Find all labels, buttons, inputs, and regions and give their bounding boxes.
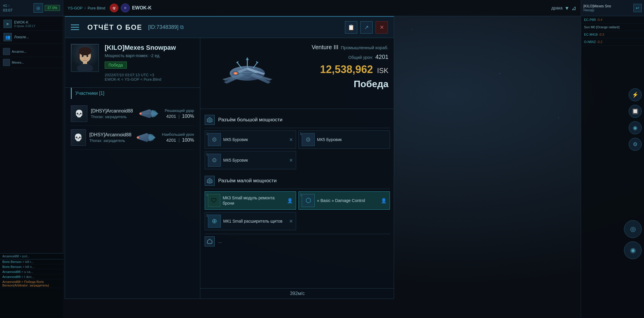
ship-display: Venture III Промышленный кораб. Общий ур… xyxy=(200,38,394,109)
system-name-sun: Sun M0 [Orange radiant] xyxy=(584,25,619,29)
right-item-ec-m418: EC-M418 -0.3 xyxy=(581,31,644,38)
panel-header: ОТЧЁТ О БОЕ [ID:7348389] ⧉ 📋 ↗ ✕ xyxy=(65,17,394,38)
equip-close-shield[interactable]: ✕ xyxy=(289,218,293,224)
main-panel: ОТЧЁТ О БОЕ [ID:7348389] ⧉ 📋 ↗ ✕ xyxy=(65,16,394,299)
report-title: ОТЧЁТ О БОЕ xyxy=(87,23,142,32)
sidebar-player-mexes[interactable]: Mexes... xyxy=(0,57,63,68)
additional-slot-header: ... xyxy=(205,234,390,249)
sidebar-item-locale[interactable]: 👥 Локале... xyxy=(0,31,63,44)
top-right-controls: драка ▾ ⊿ xyxy=(551,4,576,11)
char-name-top: EWOK-K xyxy=(132,5,152,11)
ship-icon-2 xyxy=(135,130,159,145)
filter-icon[interactable]: ⊿ xyxy=(571,4,576,11)
sec-status-ec-m418: -0.3 xyxy=(599,33,604,36)
chat-player1: Arcannoid88 xyxy=(2,255,19,258)
sidebar-item-label: EWOK-K xyxy=(14,20,35,24)
equip-name-armor: МК3 Small модуль ремонта брони xyxy=(223,195,285,206)
sidebar-player-arcannoid[interactable]: Arcanno... xyxy=(0,46,63,57)
action-btn-5[interactable]: ◎ xyxy=(624,220,642,238)
sidebar-item-navigation[interactable]: ➤ EWOK-K 0 прыж. 0.00 LY xyxy=(0,17,63,31)
right-action-icon[interactable]: ↩ xyxy=(633,4,642,12)
top-bar: YS-GOP › Pure Blind ☣ ✕ EWOK-K драка ▾ ⊿ xyxy=(63,0,581,16)
action-btn-4[interactable]: ⚙ xyxy=(629,138,642,151)
participant-name-1: [DHSY]Arcannoid88 xyxy=(91,108,134,114)
close-button[interactable]: ✕ xyxy=(376,21,388,34)
right-item-ec-p8r: EC-P8R -0.4 xyxy=(581,16,644,24)
cross-icon: ✕ xyxy=(121,4,130,12)
participant-info-1: [DHSY]Arcannoid88 Thorax: заградитель xyxy=(91,108,134,119)
action-btn-2[interactable]: 🔲 xyxy=(629,105,642,118)
sidebar-nav: ➤ EWOK-K 0 прыж. 0.00 LY 👥 Локале... xyxy=(0,16,63,45)
menu-icon[interactable] xyxy=(71,22,81,33)
svg-point-21 xyxy=(234,72,237,74)
system-name-ec-p8r: EC-P8R xyxy=(584,18,596,21)
mini-avatar-arcannoid xyxy=(3,48,10,55)
equipment-area: Разъём большой мощности 1 МК5 Буровик ✕ … xyxy=(200,109,394,288)
equip-icon-damage-ctrl xyxy=(302,194,315,207)
damage-value-2: 4201 | 100% xyxy=(162,138,194,143)
svg-point-8 xyxy=(86,55,88,57)
chat-text-4: > u ca... xyxy=(21,270,33,274)
right-sidebar-top: [KILO]Mexes Sno Находу ↩ xyxy=(581,0,644,16)
damage-label-1: Решающий удар xyxy=(165,108,194,113)
right-item-on8xz: O-N8XZ -0.2 xyxy=(581,38,644,46)
sidebar-top-bar: 4G ↑ 03:07 ◎ 37.0% xyxy=(0,0,63,16)
chat-msg-6: Arcannoid88 > Победа Boris Benson(Arbitr… xyxy=(0,279,63,288)
equip-item-mk5-1: 1 МК5 Буровик ✕ xyxy=(205,130,296,149)
equip-name-mk5-1: МК5 Буровик xyxy=(223,137,248,142)
isk-suffix: ISK xyxy=(377,67,388,75)
action-btn-1[interactable]: ⚡ xyxy=(629,88,642,101)
participant-row-2: 💀 [DHSY]Arcannoid88 Thorax: заградитель xyxy=(71,126,194,150)
action-btn-6[interactable]: ◉ xyxy=(624,241,642,259)
sec-status-on8xz: -0.2 xyxy=(597,40,602,44)
equip-name-shield: МК1 Small расширитель щитов xyxy=(223,218,282,224)
sidebar-corp: 4G ↑ xyxy=(3,4,13,7)
chat-sender-5: Arcannoid88 xyxy=(2,275,21,279)
participant-ship-1: Thorax: заградитель xyxy=(91,115,134,119)
dropdown-arrow-icon[interactable]: ▾ xyxy=(565,4,568,11)
export-button[interactable]: ↗ xyxy=(360,21,373,34)
copy-button[interactable]: 📋 xyxy=(345,21,357,34)
ship-type: Промышленный кораб. xyxy=(341,45,388,50)
chat-msg-4: Arcannoid88 > u ca... xyxy=(0,269,63,274)
nav-icon: ➤ xyxy=(4,20,12,28)
equip-item-mk5-2: 1 МК5 Буровик xyxy=(298,130,390,149)
participant-info-2: [DHSY]Arcannoid88 Thorax: заградитель xyxy=(89,132,131,143)
speed-value: 392м/с xyxy=(290,291,305,296)
svg-marker-15 xyxy=(148,134,156,141)
participant-ship-2: Thorax: заградитель xyxy=(89,138,131,143)
left-sidebar: 4G ↑ 03:07 ◎ 37.0% ➤ EWOK-K 0 прыж. 0.00… xyxy=(0,0,63,318)
copy-id-icon[interactable]: ⧉ xyxy=(180,24,184,30)
sidebar-time: 03:07 xyxy=(3,8,13,12)
low-slot-label: Разъём малой мощности xyxy=(218,178,277,184)
participant-name-2: [DHSY]Arcannoid88 xyxy=(89,132,131,138)
alliance-tag: Pure Blind xyxy=(88,6,105,10)
menu-line-2 xyxy=(71,27,79,28)
chat-text-3: > kill n... xyxy=(23,265,35,269)
equip-icon-shield xyxy=(208,215,221,228)
avatar-face xyxy=(71,44,99,72)
player-name-mexes: Mexes... xyxy=(12,61,24,64)
right-content: Venture III Промышленный кораб. Общий ур… xyxy=(200,38,394,299)
chat-header: Arcannoid88 > pod... xyxy=(0,254,63,259)
sidebar-players: Arcanno... Mexes... xyxy=(0,45,63,69)
sec-status-ec-p8r: -0.4 xyxy=(597,18,602,21)
equip-icon-mk5-3 xyxy=(208,154,221,167)
equip-item-damage-ctrl: 1 « Basic » Damage Control 👤 xyxy=(298,191,390,210)
chat-msg-3: Boris Benson > kill n... xyxy=(0,264,63,269)
ship-svg-1 xyxy=(138,106,161,121)
participant-avatar-1: 💀 xyxy=(71,105,87,122)
participants-label: Участники [1] xyxy=(75,91,104,96)
equip-name-damage-ctrl: « Basic » Damage Control xyxy=(317,198,365,203)
ship-3d-svg xyxy=(206,44,288,103)
action-btn-3[interactable]: ◉ xyxy=(629,121,642,134)
skull-icon-2: 💀 xyxy=(74,133,83,142)
right-bottom-buttons: ◎ ◉ xyxy=(624,220,642,259)
participant-avatar-2: 💀 xyxy=(71,129,86,146)
chat-sender-3: Boris Benson xyxy=(2,265,21,269)
biohazard-icon: ☣ xyxy=(110,4,119,12)
equip-close-mk5-1[interactable]: ✕ xyxy=(289,137,293,143)
svg-point-7 xyxy=(82,55,84,57)
damage-label-2: Наибольший урон xyxy=(162,132,194,137)
equip-close-mk5-3[interactable]: ✕ xyxy=(289,158,293,163)
